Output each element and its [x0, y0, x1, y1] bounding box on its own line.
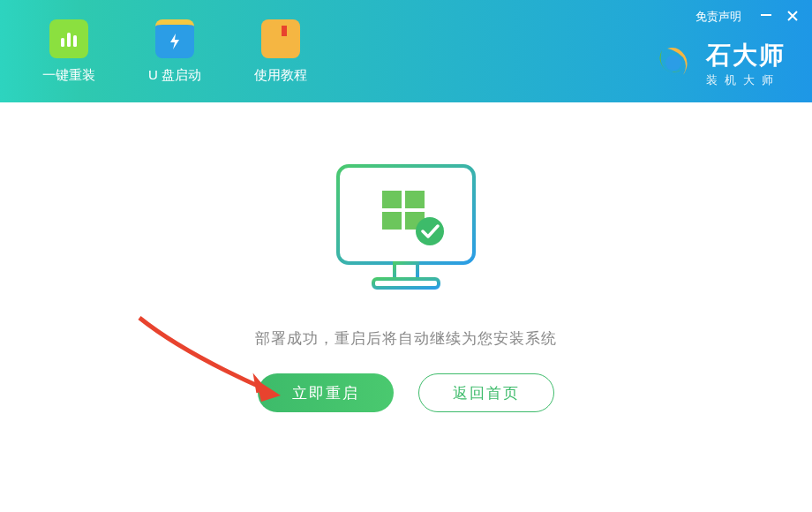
- disclaimer-link[interactable]: 免责声明: [695, 9, 741, 25]
- action-buttons: 立即重启 返回首页: [258, 373, 554, 412]
- svg-rect-9: [373, 279, 439, 288]
- svg-rect-1: [67, 33, 71, 47]
- svg-rect-0: [61, 38, 64, 47]
- tab-reinstall[interactable]: 一键重装: [25, 0, 113, 102]
- status-text: 部署成功，重启后将自动继续为您安装系统: [255, 328, 557, 349]
- tab-usb-boot[interactable]: U 盘启动: [131, 0, 219, 102]
- brand-subtitle: 装机大师: [706, 72, 786, 88]
- monitor-success-icon: [322, 159, 490, 300]
- window-controls: 免责声明: [695, 9, 800, 25]
- brand-title: 石大师: [706, 39, 786, 72]
- tab-label: U 盘启动: [148, 67, 201, 84]
- svg-rect-3: [269, 26, 292, 52]
- svg-rect-8: [395, 263, 417, 279]
- svg-rect-10: [382, 191, 402, 208]
- minimize-button[interactable]: [759, 9, 773, 25]
- brand-area: 石大师 装机大师: [653, 39, 786, 88]
- svg-rect-11: [405, 191, 425, 208]
- tab-label: 一键重装: [42, 67, 95, 84]
- return-home-button[interactable]: 返回首页: [418, 373, 554, 412]
- tab-label: 使用教程: [254, 67, 307, 84]
- usb-lightning-icon: [155, 19, 194, 58]
- app-header: 一键重装 U 盘启动 使用教程 免责声明: [0, 0, 812, 102]
- main-content: 部署成功，重启后将自动继续为您安装系统 立即重启 返回首页: [0, 102, 812, 412]
- svg-rect-2: [73, 35, 77, 47]
- tab-bar: 一键重装 U 盘启动 使用教程: [0, 0, 342, 102]
- svg-point-14: [416, 217, 444, 245]
- chart-bars-icon: [49, 19, 88, 58]
- svg-point-6: [665, 55, 681, 71]
- svg-rect-12: [382, 212, 402, 230]
- tab-tutorial[interactable]: 使用教程: [237, 0, 325, 102]
- brand-text: 石大师 装机大师: [706, 39, 786, 88]
- book-icon: [261, 19, 300, 58]
- close-button[interactable]: [786, 9, 800, 25]
- brand-logo-icon: [653, 43, 694, 84]
- svg-rect-5: [761, 14, 771, 16]
- restart-now-button[interactable]: 立即重启: [258, 373, 394, 412]
